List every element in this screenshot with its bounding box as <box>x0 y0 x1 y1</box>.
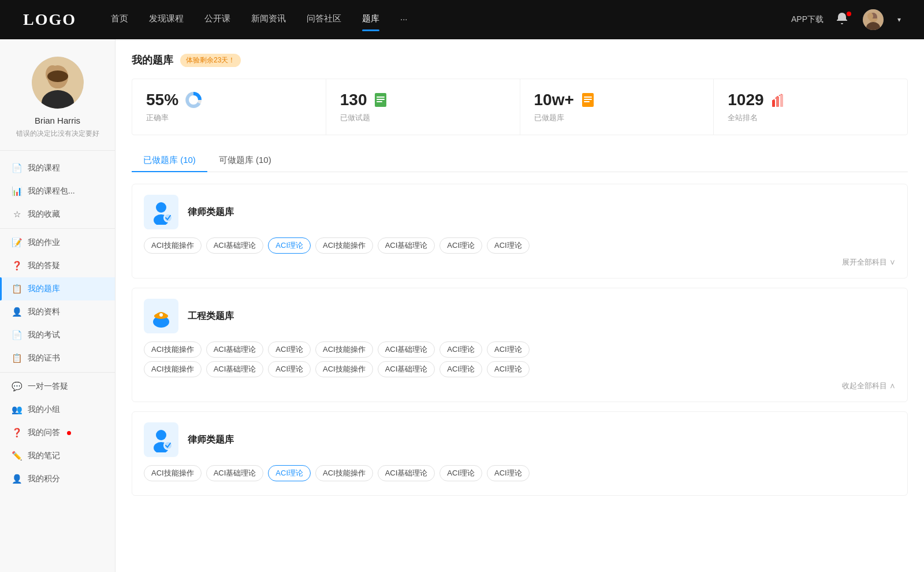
tag-2r-3[interactable]: ACI技能操作 <box>315 361 373 377</box>
tag-1-2[interactable]: ACI理论 <box>268 237 311 254</box>
content-header: 我的题库 体验剩余23天！ <box>132 53 908 67</box>
sidebar-item-notes[interactable]: ✏️ 我的笔记 <box>0 444 115 467</box>
nav-right: APP下载 ▾ <box>791 9 901 30</box>
app-download-button[interactable]: APP下载 <box>791 14 824 25</box>
nav-home[interactable]: 首页 <box>111 13 128 27</box>
tag-1-0[interactable]: ACI技能操作 <box>144 237 202 254</box>
sidebar-item-favorites[interactable]: ☆ 我的收藏 <box>0 203 115 226</box>
sidebar-item-qa[interactable]: ❓ 我的答疑 <box>0 254 115 277</box>
tag-2r-4[interactable]: ACI基础理论 <box>378 361 435 377</box>
bank-tags-1: ACI技能操作 ACI基础理论 ACI理论 ACI技能操作 ACI基础理论 AC… <box>144 237 896 254</box>
avatar[interactable] <box>863 9 884 30</box>
main-layout: Brian Harris 错误的决定比没有决定要好 📄 我的课程 📊 我的课程包… <box>0 39 924 572</box>
tag-3-1[interactable]: ACI基础理论 <box>206 465 264 481</box>
sidebar-item-questionbank[interactable]: 📋 我的题库 <box>0 277 115 300</box>
tag-1-6[interactable]: ACI理论 <box>487 237 530 254</box>
sidebar-item-mycourse[interactable]: 📄 我的课程 <box>0 157 115 180</box>
sidebar-item-1on1[interactable]: 💬 一对一答疑 <box>0 375 115 398</box>
bank-title-2: 工程类题库 <box>188 310 234 322</box>
doc-orange-icon <box>580 92 596 108</box>
notes-icon: ✏️ <box>12 451 22 461</box>
tag-2-5[interactable]: ACI理论 <box>439 341 482 358</box>
expand-link-1[interactable]: 展开全部科目 ∨ <box>842 257 896 268</box>
tag-2-0[interactable]: ACI技能操作 <box>144 341 202 358</box>
sidebar-item-points[interactable]: 👤 我的积分 <box>0 467 115 491</box>
stat-done-top: 130 <box>340 91 506 109</box>
tag-2r-5[interactable]: ACI理论 <box>439 361 482 377</box>
certificate-icon: 📋 <box>12 353 22 363</box>
tag-1-3[interactable]: ACI技能操作 <box>315 237 373 254</box>
notification-bell[interactable] <box>835 12 851 28</box>
nav-qa[interactable]: 问答社区 <box>307 13 341 27</box>
tag-2r-6[interactable]: ACI理论 <box>487 361 530 377</box>
tab-done-banks[interactable]: 已做题库 (10) <box>132 149 207 172</box>
tag-3-6[interactable]: ACI理论 <box>487 465 530 481</box>
nav-opencourse[interactable]: 公开课 <box>204 13 230 27</box>
svg-point-33 <box>157 431 165 439</box>
profile-slogan: 错误的决定比没有决定要好 <box>16 129 99 139</box>
coursepack-icon: 📊 <box>12 186 22 196</box>
tag-2-4[interactable]: ACI基础理论 <box>378 341 435 358</box>
page-title: 我的题库 <box>132 53 173 67</box>
bank-tags-2-row2: ACI技能操作 ACI基础理论 ACI理论 ACI技能操作 ACI基础理论 AC… <box>144 361 896 377</box>
rank-label: 全站排名 <box>728 113 893 123</box>
avatar-chevron-icon[interactable]: ▾ <box>897 16 901 24</box>
svg-rect-19 <box>772 100 775 107</box>
logo: LOGO <box>23 10 76 29</box>
tag-2-2[interactable]: ACI理论 <box>268 341 311 358</box>
bank-title-3: 律师类题库 <box>188 434 234 446</box>
tab-available-banks[interactable]: 可做题库 (10) <box>207 149 283 172</box>
sidebar-item-group[interactable]: 👥 我的小组 <box>0 398 115 421</box>
done-banks-value: 10w+ <box>534 91 574 109</box>
bank-card-lawyer-2: 律师类题库 ACI技能操作 ACI基础理论 ACI理论 ACI技能操作 ACI基… <box>132 411 908 496</box>
tag-2r-2[interactable]: ACI理论 <box>268 361 311 377</box>
bank-header-2: 工程类题库 <box>144 299 896 333</box>
tag-2-6[interactable]: ACI理论 <box>487 341 530 358</box>
tag-3-0[interactable]: ACI技能操作 <box>144 465 202 481</box>
nav-more[interactable]: ··· <box>400 14 408 26</box>
sidebar-item-myquestion[interactable]: ❓ 我的问答 <box>0 421 115 444</box>
sidebar-item-myexam[interactable]: 📄 我的考试 <box>0 324 115 347</box>
tag-3-2[interactable]: ACI理论 <box>268 465 311 481</box>
accuracy-label: 正确率 <box>146 113 312 123</box>
stat-rank-top: 1029 <box>728 91 893 109</box>
nav-links: 首页 发现课程 公开课 新闻资讯 问答社区 题库 ··· <box>111 13 791 27</box>
bank-header-1: 律师类题库 <box>144 195 896 229</box>
sidebar-item-homework[interactable]: 📝 我的作业 <box>0 231 115 254</box>
tag-1-5[interactable]: ACI理论 <box>439 237 482 254</box>
qa-icon: ❓ <box>12 261 22 271</box>
svg-point-8 <box>47 70 68 82</box>
sidebar-divider-2 <box>0 372 115 373</box>
sidebar-menu: 📄 我的课程 📊 我的课程包... ☆ 我的收藏 📝 我的作业 ❓ 我的答疑 � <box>0 151 115 496</box>
tag-2-3[interactable]: ACI技能操作 <box>315 341 373 358</box>
main-content: 我的题库 体验剩余23天！ 55% 正确率 <box>116 39 924 572</box>
doc-green-icon <box>372 92 389 108</box>
profile-avatar <box>32 57 84 109</box>
nav-news[interactable]: 新闻资讯 <box>251 13 286 27</box>
tag-3-4[interactable]: ACI基础理论 <box>378 465 435 481</box>
tag-2r-0[interactable]: ACI技能操作 <box>144 361 202 377</box>
sidebar-item-mydata[interactable]: 👤 我的资料 <box>0 300 115 324</box>
lawyer-bank-icon <box>144 195 178 229</box>
collapse-link-2[interactable]: 收起全部科目 ∧ <box>842 381 896 391</box>
sidebar-item-certificate[interactable]: 📋 我的证书 <box>0 347 115 370</box>
lawyer-bank-icon-2 <box>144 422 178 457</box>
nav-discover[interactable]: 发现课程 <box>149 13 184 27</box>
done-banks-label: 已做题库 <box>534 113 700 123</box>
tag-1-1[interactable]: ACI基础理论 <box>206 237 264 254</box>
trial-badge: 体验剩余23天！ <box>180 54 241 67</box>
tag-2-1[interactable]: ACI基础理论 <box>206 341 264 358</box>
engineer-bank-icon <box>144 299 178 333</box>
tag-2r-1[interactable]: ACI基础理论 <box>206 361 264 377</box>
bank-tags-3: ACI技能操作 ACI基础理论 ACI理论 ACI技能操作 ACI基础理论 AC… <box>144 465 896 481</box>
tag-1-4[interactable]: ACI基础理论 <box>378 237 435 254</box>
sidebar-item-coursepack[interactable]: 📊 我的课程包... <box>0 180 115 203</box>
tag-3-5[interactable]: ACI理论 <box>439 465 482 481</box>
accuracy-value: 55% <box>146 91 178 109</box>
1on1-icon: 💬 <box>12 381 22 392</box>
profile-section: Brian Harris 错误的决定比没有决定要好 <box>0 39 115 151</box>
sidebar: Brian Harris 错误的决定比没有决定要好 📄 我的课程 📊 我的课程包… <box>0 39 116 572</box>
tag-3-3[interactable]: ACI技能操作 <box>315 465 373 481</box>
svg-rect-20 <box>776 96 779 107</box>
nav-questionbank[interactable]: 题库 <box>362 13 379 27</box>
